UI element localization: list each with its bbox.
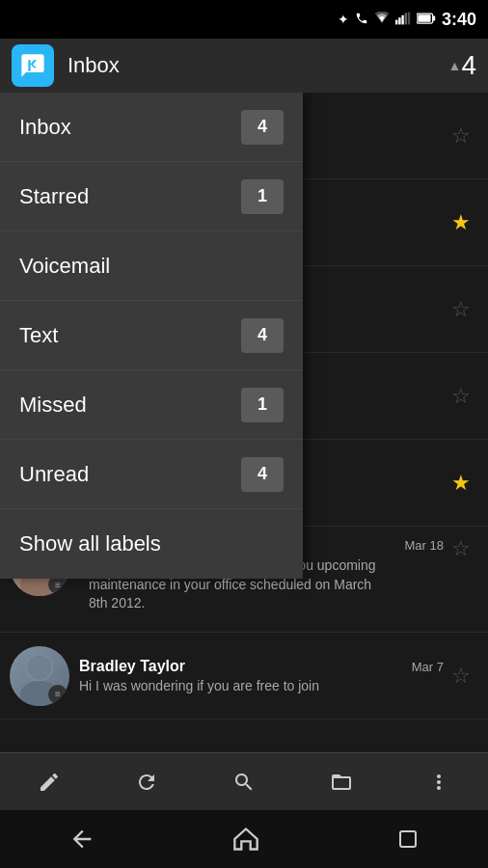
signal-icon <box>395 12 411 28</box>
dropdown-count-text: 4 <box>241 318 284 353</box>
sender-name-7: Bradley Taylor <box>79 658 185 675</box>
main-content: ≡ 3:39pm the library. I'll ☆ ≡ <box>0 93 488 772</box>
dropdown-label-show-all: Show all labels <box>19 531 161 556</box>
dropdown-item-inbox[interactable]: Inbox 4 <box>0 93 303 162</box>
dropdown-label-starred: Starred <box>19 184 89 209</box>
avatar-badge-7: ≡ <box>48 685 68 704</box>
bottom-nav <box>0 752 488 810</box>
phone-icon <box>355 12 368 28</box>
star-icon-2[interactable]: ★ <box>451 210 471 235</box>
status-icons: ✦ 3:40 <box>338 10 476 30</box>
star-area-5[interactable]: ★ <box>444 471 478 496</box>
star-icon-3[interactable]: ☆ <box>451 297 471 322</box>
svg-rect-30 <box>400 831 416 847</box>
dropdown-count-unread: 4 <box>241 457 284 492</box>
svg-rect-4 <box>408 12 410 24</box>
star-icon-7[interactable]: ☆ <box>451 664 471 689</box>
dropdown-label-voicemail: Voicemail <box>19 254 110 279</box>
app-header: Inbox ▲ 4 <box>0 39 488 93</box>
dropdown-item-starred[interactable]: Starred 1 <box>0 162 303 231</box>
svg-rect-6 <box>433 15 436 20</box>
compose-button[interactable] <box>20 761 78 803</box>
more-button[interactable] <box>410 761 468 803</box>
app-logo <box>12 44 54 87</box>
svg-point-28 <box>27 655 52 680</box>
folder-button[interactable] <box>312 761 370 803</box>
svg-rect-3 <box>405 13 407 24</box>
dropdown-count-inbox: 4 <box>241 110 284 145</box>
star-area-2[interactable]: ★ <box>444 210 478 235</box>
bluetooth-icon: ✦ <box>338 12 349 27</box>
avatar-7: ≡ <box>10 646 69 706</box>
header-badge: 4 <box>461 50 476 81</box>
message-item-7[interactable]: ≡ Bradley Taylor Mar 7 Hi I was wonderin… <box>0 633 488 719</box>
svg-rect-2 <box>401 14 403 24</box>
dropdown-item-missed[interactable]: Missed 1 <box>0 370 303 440</box>
wifi-icon <box>374 12 390 28</box>
dropdown-count-missed: 1 <box>241 388 284 422</box>
star-icon-4[interactable]: ☆ <box>451 384 471 409</box>
message-time-7: Mar 7 <box>412 660 444 674</box>
inbox-dropdown: Inbox 4 Starred 1 Voicemail Text 4 Misse… <box>0 93 303 579</box>
search-button[interactable] <box>215 761 273 803</box>
refresh-button[interactable] <box>118 761 176 803</box>
back-button[interactable] <box>68 826 95 853</box>
battery-icon <box>417 12 436 28</box>
star-area-3[interactable]: ☆ <box>444 297 478 322</box>
svg-rect-7 <box>418 14 430 22</box>
dropdown-item-voicemail[interactable]: Voicemail <box>0 231 303 301</box>
dropdown-arrow-icon: ▲ <box>448 58 462 73</box>
header-title: Inbox <box>68 53 443 78</box>
dropdown-label-text: Text <box>19 323 58 348</box>
star-area-4[interactable]: ☆ <box>444 384 478 409</box>
dropdown-label-inbox: Inbox <box>19 115 71 140</box>
dropdown-item-text[interactable]: Text 4 <box>0 301 303 370</box>
star-icon-6[interactable]: ☆ <box>451 536 471 561</box>
dropdown-item-show-all[interactable]: Show all labels <box>0 509 303 579</box>
svg-marker-29 <box>234 829 257 850</box>
android-nav <box>0 810 488 868</box>
svg-rect-1 <box>398 17 400 24</box>
dropdown-count-starred: 1 <box>241 179 284 214</box>
status-bar: ✦ 3:40 <box>0 0 488 39</box>
status-time: 3:40 <box>442 10 476 30</box>
star-area-7[interactable]: ☆ <box>444 664 478 689</box>
star-icon-5[interactable]: ★ <box>451 471 471 496</box>
voice-logo-icon <box>19 52 46 79</box>
dropdown-label-unread: Unread <box>19 462 89 487</box>
star-icon-1[interactable]: ☆ <box>451 123 471 149</box>
home-button[interactable] <box>232 826 259 853</box>
recent-button[interactable] <box>396 827 420 851</box>
dropdown-label-missed: Missed <box>19 393 87 418</box>
message-body-7: Bradley Taylor Mar 7 Hi I was wondering … <box>79 658 444 693</box>
star-area-1[interactable]: ☆ <box>444 123 478 149</box>
dropdown-item-unread[interactable]: Unread 4 <box>0 440 303 509</box>
message-time-6: Mar 18 <box>405 538 444 553</box>
message-preview-7: Hi I was wondering if you are free to jo… <box>79 678 368 693</box>
svg-rect-0 <box>395 19 397 24</box>
star-area-6[interactable]: ☆ <box>444 536 478 561</box>
